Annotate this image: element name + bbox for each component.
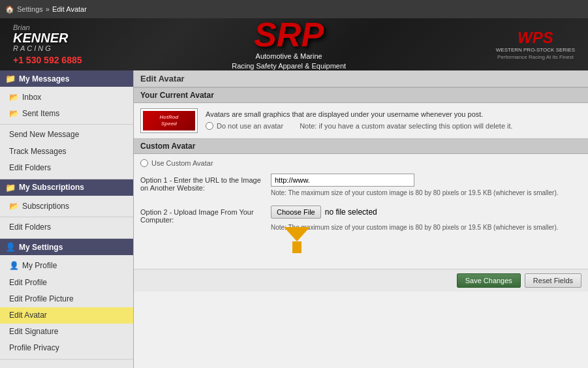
use-custom-radio[interactable] — [140, 159, 148, 167]
breadcrumb: 🏠 Settings » Edit Avatar — [5, 5, 87, 14]
choose-file-button[interactable]: Choose File — [271, 206, 321, 219]
settings-icon: 👤 — [5, 242, 16, 252]
sidebar-item-inbox[interactable]: 📂 Inbox — [0, 89, 133, 106]
content-footer: Save Changes Reset Fields — [134, 269, 588, 292]
settings-link[interactable]: Settings — [17, 5, 43, 13]
sidebar-item-edit-folders-messages[interactable]: Edit Folders — [0, 160, 133, 176]
sidebar-messages-body: 📂 Inbox 📂 Sent Items Send New Message Tr… — [0, 87, 133, 179]
sidebar: 📁 My Messages 📂 Inbox 📂 Sent Items Send … — [0, 70, 134, 368]
use-custom-label: Use Custom Avatar — [151, 159, 213, 167]
current-page-label: Edit Avatar — [52, 5, 87, 13]
sidebar-item-edit-signature[interactable]: Edit Signature — [0, 324, 133, 340]
use-custom-row: Use Custom Avatar — [140, 159, 581, 167]
sidebar-subscriptions-body: 📂 Subscriptions Edit Folders — [0, 196, 133, 239]
banner-wps-text: WPS — [518, 29, 553, 47]
sidebar-item-profile-privacy[interactable]: Profile Privacy — [0, 340, 133, 356]
banner-footer-text: Performance Racing At Its Finest — [497, 54, 574, 60]
sidebar-item-sent[interactable]: 📂 Sent Items — [0, 106, 133, 122]
subscriptions-folder-icon: 📂 — [9, 200, 19, 213]
option1-note: Note: The maximum size of your custom im… — [271, 189, 581, 198]
file-upload-row: Choose File no file selected — [271, 206, 581, 219]
no-file-selected-text: no file selected — [325, 207, 377, 217]
content-area: Edit Avatar Your Current Avatar HotRodSp… — [134, 70, 588, 368]
content-header: Edit Avatar — [134, 70, 588, 87]
sent-icon: 📂 — [9, 108, 19, 120]
banner-phone: +1 530 592 6885 — [13, 55, 82, 65]
sidebar-item-edit-folders-subs[interactable]: Edit Folders — [0, 219, 133, 236]
messages-icon: 📁 — [5, 74, 16, 84]
sidebar-section-my-messages: 📁 My Messages — [0, 70, 133, 87]
avatar-image-placeholder: HotRodSpeed — [143, 111, 195, 130]
avatar-description: Avatars are small graphics that are disp… — [206, 108, 513, 130]
option2-row: Option 2 - Upload Image From Your Comput… — [140, 206, 581, 256]
breadcrumb-separator: » — [46, 5, 50, 13]
sidebar-item-subscriptions[interactable]: 📂 Subscriptions — [0, 198, 133, 215]
current-avatar-section-title: Your Current Avatar — [134, 87, 588, 103]
sidebar-section-my-subscriptions: 📁 My Subscriptions — [0, 179, 133, 196]
save-changes-button[interactable]: Save Changes — [457, 273, 521, 288]
url-input[interactable] — [271, 174, 414, 187]
option1-label: Option 1 - Enter the URL to the Image on… — [140, 174, 271, 192]
banner-center: SRP Automotive & Marine Racing Safety Ap… — [232, 18, 346, 70]
arrow-up-indicator — [284, 227, 310, 253]
do-not-use-radio-row: Do not use an avatar Note: if you have a… — [206, 122, 513, 130]
my-settings-header: My Settings — [19, 243, 63, 252]
sidebar-section-my-settings: 👤 My Settings — [0, 239, 133, 255]
sidebar-settings-body: 👤 My Profile Edit Profile Edit Profile P… — [0, 255, 133, 360]
banner-left: Brian KENNER RACING +1 530 592 6885 — [13, 23, 82, 65]
banner-wps-sub: WESTERN PRO-STOCK SERIES — [496, 47, 575, 53]
profile-icon: 👤 — [9, 260, 19, 272]
sidebar-item-edit-profile-picture[interactable]: Edit Profile Picture — [0, 291, 133, 307]
inbox-icon: 📂 — [9, 91, 19, 104]
banner-srp-text: SRP — [232, 18, 346, 52]
banner-racing: RACING — [13, 44, 53, 52]
banner-right: WPS WESTERN PRO-STOCK SERIES Performance… — [496, 29, 575, 60]
banner: Brian KENNER RACING +1 530 592 6885 SRP … — [0, 18, 588, 70]
option2-note: Note: The maximum size of your custom im… — [271, 223, 581, 232]
custom-avatar-section-title: Custom Avatar — [134, 138, 588, 154]
avatar-image-box: HotRodSpeed — [140, 108, 198, 133]
custom-avatar-section: Use Custom Avatar Option 1 - Enter the U… — [134, 154, 588, 269]
option2-controls: Choose File no file selected Note: The m… — [271, 206, 581, 256]
sidebar-item-my-profile[interactable]: 👤 My Profile — [0, 258, 133, 274]
do-not-use-note: Note: if you have a custom avatar select… — [300, 122, 513, 130]
subscriptions-icon: 📁 — [5, 183, 16, 192]
banner-subtitle: Automotive & Marine Racing Safety Appare… — [232, 52, 346, 70]
sidebar-item-edit-profile[interactable]: Edit Profile — [0, 275, 133, 291]
main-layout: 📁 My Messages 📂 Inbox 📂 Sent Items Send … — [0, 70, 588, 368]
sidebar-item-send-message[interactable]: Send New Message — [0, 127, 133, 143]
topbar: 🏠 Settings » Edit Avatar — [0, 0, 588, 18]
option1-row: Option 1 - Enter the URL to the Image on… — [140, 174, 581, 198]
option2-label: Option 2 - Upload Image From Your Comput… — [140, 206, 271, 224]
sidebar-item-track-messages[interactable]: Track Messages — [0, 144, 133, 160]
option2-note-area: Note: The maximum size of your custom im… — [271, 221, 581, 232]
my-messages-header: My Messages — [19, 74, 69, 84]
reset-fields-button[interactable]: Reset Fields — [525, 273, 581, 288]
option1-controls: Note: The maximum size of your custom im… — [271, 174, 581, 198]
do-not-use-radio[interactable] — [206, 122, 213, 130]
home-icon[interactable]: 🏠 — [5, 5, 14, 14]
banner-kenner: KENNER — [13, 31, 68, 44]
my-subscriptions-header: My Subscriptions — [19, 183, 84, 192]
sidebar-item-edit-avatar[interactable]: Edit Avatar — [0, 307, 133, 324]
do-not-use-label: Do not use an avatar — [217, 122, 283, 130]
current-avatar-area: HotRodSpeed Avatars are small graphics t… — [134, 103, 588, 138]
